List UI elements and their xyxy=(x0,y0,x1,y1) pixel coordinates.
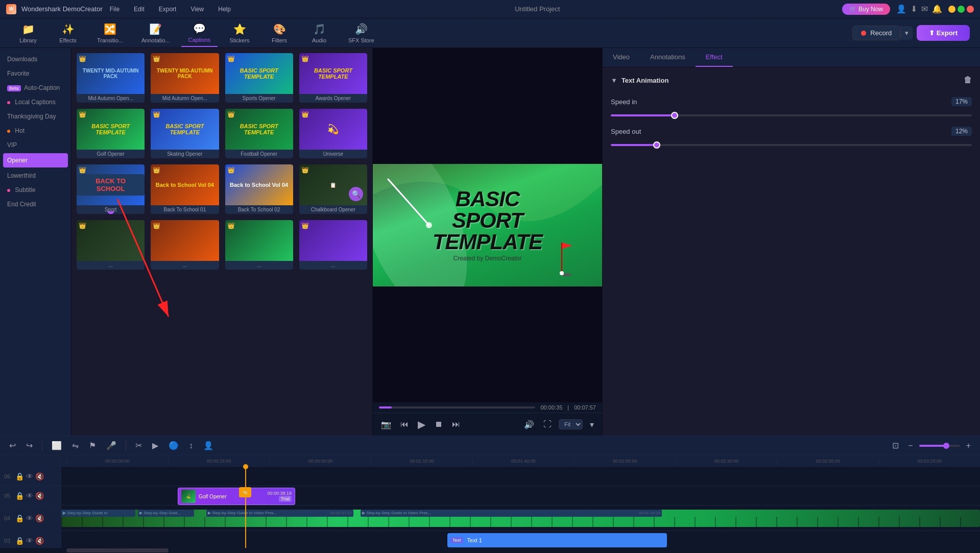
sidebar-item-autocaption[interactable]: Beta Auto-Caption xyxy=(0,81,71,95)
skip-back-button[interactable]: ⏮ xyxy=(398,418,411,431)
text1-clip[interactable]: Text Text 1 xyxy=(447,533,667,547)
fit-select[interactable]: Fit xyxy=(559,419,583,429)
grid-item-universe[interactable]: 👑 💫 Universe xyxy=(298,108,368,159)
zoom-fit-button[interactable]: ⊡ xyxy=(889,439,902,452)
grid-item-skating[interactable]: 👑 BASIC SPORT TEMPLATE Skating Opener xyxy=(150,108,220,159)
zoom-out-button[interactable]: − xyxy=(905,440,916,452)
speed-button[interactable]: ↕ xyxy=(186,440,196,452)
tool-captions[interactable]: 💬 Captions xyxy=(181,19,218,47)
delete-icon[interactable]: 🗑 xyxy=(964,76,972,85)
export-button[interactable]: ⬆ Export xyxy=(917,25,970,41)
tool-transitions[interactable]: 🔀 Transitio... xyxy=(90,20,130,46)
lock-icon-05[interactable]: 🔒 xyxy=(15,492,24,500)
transition-button[interactable]: 🔵 xyxy=(165,439,182,452)
sidebar-item-favorite[interactable]: Favorite xyxy=(0,66,71,81)
trim-button[interactable]: ⬜ xyxy=(49,439,65,452)
message-icon[interactable]: ✉ xyxy=(921,4,928,14)
menu-edit[interactable]: Edit xyxy=(132,5,147,14)
grid-item-backtoschool2[interactable]: 👑 Back to School Vol 04 Back To School 0… xyxy=(224,163,294,215)
minimize-button[interactable] xyxy=(948,6,955,13)
grid-item-backtoschool1[interactable]: 👑 Back to School Vol 04 Back To School 0… xyxy=(150,163,220,215)
search-overlay[interactable]: 🔍 xyxy=(349,187,363,201)
split-button[interactable]: ⇋ xyxy=(69,439,82,452)
grid-item-chalkboard[interactable]: 👑 📋 🔍 Chalkboard Opener xyxy=(298,163,368,215)
menu-export[interactable]: Export xyxy=(157,5,179,14)
grid-item-awards[interactable]: 👑 BASIC SPORT TEMPLATE Awards Opener xyxy=(298,52,368,104)
grid-item-more4[interactable]: 👑 ... xyxy=(298,219,368,271)
grid-item-sports[interactable]: 👑 BASIC SPORT TEMPLATE Sports Opener xyxy=(224,52,294,104)
record-button[interactable]: Record xyxy=(852,26,900,40)
menu-view[interactable]: View xyxy=(188,5,206,14)
golf-opener-clip[interactable]: ⛳ Golf Opener 00:00:38:19 Trial xyxy=(178,488,295,505)
record-dropdown[interactable]: ▾ xyxy=(900,26,913,40)
download-icon[interactable]: ⬇ xyxy=(911,4,917,14)
buy-button[interactable]: 🛒 Buy Now xyxy=(842,4,890,15)
tab-effect[interactable]: Effect xyxy=(696,48,733,67)
stop-button[interactable]: ⏹ xyxy=(433,418,445,431)
marker-button[interactable]: ⚑ xyxy=(86,439,99,452)
grid-item-more1[interactable]: 👑 ... xyxy=(76,219,146,271)
tl-hscroll-thumb[interactable] xyxy=(66,548,169,552)
play-button[interactable]: ▶ xyxy=(416,416,427,432)
mute-icon-06[interactable]: 🔇 xyxy=(35,472,44,480)
undo-button[interactable]: ↩ xyxy=(6,439,19,452)
mute-icon-04[interactable]: 🔇 xyxy=(35,514,44,522)
grid-item-football[interactable]: 👑 BASIC SPORT TEMPLATE Football Opener xyxy=(224,108,294,159)
tool-filters[interactable]: 🎨 Filters xyxy=(261,20,297,46)
tool-effects[interactable]: ✨ Effects xyxy=(50,20,86,46)
sidebar-item-subtitle[interactable]: Subtitle xyxy=(0,183,71,197)
fit-dropdown[interactable]: ▾ xyxy=(588,418,596,431)
grid-item-more3[interactable]: 👑 ... xyxy=(224,219,294,271)
tab-annotations[interactable]: Annotations xyxy=(640,48,696,67)
tool-stickers[interactable]: ⭐ Stickers xyxy=(222,20,257,46)
tab-video[interactable]: Video xyxy=(603,48,640,67)
redo-button[interactable]: ↪ xyxy=(23,439,36,452)
eye-icon-03[interactable]: 👁 xyxy=(26,537,33,545)
grid-item-golf[interactable]: 👑 BASIC SPORT TEMPLATE Golf Opener xyxy=(76,108,146,159)
sidebar-item-lowerthird[interactable]: Lowerthird xyxy=(0,169,71,183)
sidebar-item-vip[interactable]: VIP xyxy=(0,138,71,152)
grid-item-sport[interactable]: 👑 BACK TO SCHOOL Sport xyxy=(76,163,146,215)
speed-in-slider[interactable] xyxy=(611,114,972,116)
main-video-track[interactable]: ▶ Step-by-Step Guide to ▶ Step-by-Step G… xyxy=(61,510,980,527)
speed-out-slider[interactable] xyxy=(611,144,972,146)
sidebar-item-localcaptions[interactable]: Local Captions xyxy=(0,95,71,109)
grid-item-more2[interactable]: 👑 ... xyxy=(150,219,220,271)
record-audio-button[interactable]: 🎤 xyxy=(103,439,119,452)
tool-annotations[interactable]: 📝 Annotatio... xyxy=(134,20,177,46)
maximize-button[interactable] xyxy=(958,6,965,13)
tool-sfx[interactable]: 🔊 SFX Store xyxy=(341,20,381,46)
preview-progress-bar[interactable] xyxy=(379,406,535,408)
sidebar-item-endcredit[interactable]: End Credit xyxy=(0,197,71,211)
grid-item-midautumn2[interactable]: 👑 TWENTY MID-AUTUMN PACK Mid Autumn Open… xyxy=(150,52,220,104)
menu-file[interactable]: File xyxy=(108,5,122,14)
grid-item-midautumn1[interactable]: 👑 TWENTY MID-AUTUMN PACK Mid Autumn Open… xyxy=(76,52,146,104)
mute-icon-05[interactable]: 🔇 xyxy=(35,492,44,500)
close-button[interactable] xyxy=(967,6,974,13)
sidebar-item-thanksgiving[interactable]: Thanksgiving Day xyxy=(0,109,71,124)
playback-button[interactable]: ▶ xyxy=(149,439,161,452)
chevron-icon[interactable]: ▼ xyxy=(611,77,617,84)
tool-library[interactable]: 📁 Library xyxy=(10,20,46,46)
user-icon[interactable]: 👤 xyxy=(896,4,906,14)
cut-button[interactable]: ✂ xyxy=(132,439,145,452)
eye-icon-04[interactable]: 👁 xyxy=(26,514,33,522)
sidebar-item-downloads[interactable]: Downloads xyxy=(0,52,71,66)
volume-button[interactable]: 🔊 xyxy=(522,418,536,431)
eye-icon-06[interactable]: 👁 xyxy=(26,472,33,480)
mute-icon-03[interactable]: 🔇 xyxy=(35,537,44,545)
zoom-in-button[interactable]: + xyxy=(963,440,974,452)
notification-icon[interactable]: 🔔 xyxy=(932,4,942,14)
menu-help[interactable]: Help xyxy=(216,5,233,14)
tool-audio[interactable]: 🎵 Audio xyxy=(301,20,337,46)
lock-icon-04[interactable]: 🔒 xyxy=(15,514,24,522)
sidebar-item-opener[interactable]: Opener xyxy=(3,153,68,167)
sidebar-item-hot[interactable]: Hot xyxy=(0,124,71,138)
zoom-slider[interactable] xyxy=(919,445,960,447)
skip-forward-button[interactable]: ⏭ xyxy=(450,418,462,431)
collab-button[interactable]: 👤 xyxy=(200,439,217,452)
screenshot-button[interactable]: 📷 xyxy=(379,418,393,431)
fullscreen-button[interactable]: ⛶ xyxy=(541,418,554,431)
lock-icon-03[interactable]: 🔒 xyxy=(15,537,24,545)
lock-icon-06[interactable]: 🔒 xyxy=(15,472,24,480)
